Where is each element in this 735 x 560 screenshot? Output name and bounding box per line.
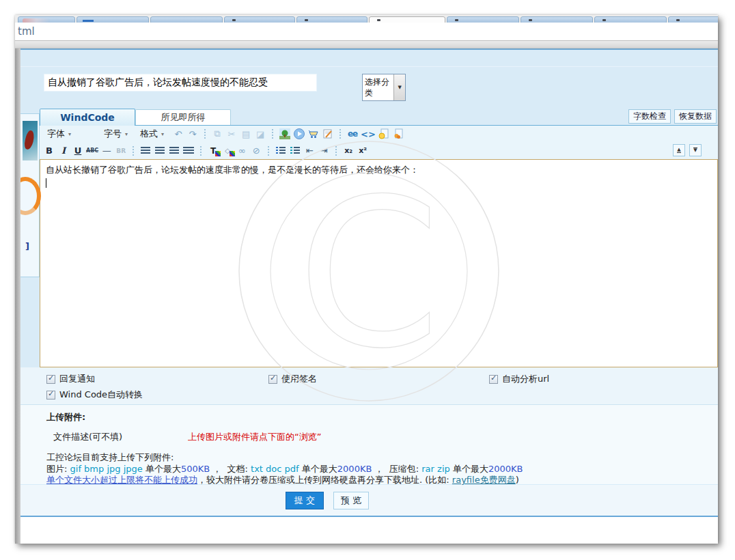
options-row-1: 回复通知 使用签名 自动分析url <box>46 373 718 385</box>
left-sidebar-fragment: ] <box>20 113 40 277</box>
line-break-icon[interactable]: BR <box>115 145 127 156</box>
browser-tab-fragment[interactable] <box>224 16 295 23</box>
editor-panel: WindCode 所见即所得 字数检查 恢复数据 字体▾ 字号▾ 格式▾ ↶ ↷… <box>40 107 718 367</box>
upload-attachments-section: 上传附件: 文件描述(可不填) 上传图片或附件请点下面的“浏览” 工控论坛目前支… <box>15 404 718 484</box>
insert-link-icon[interactable]: ∞ <box>236 145 248 156</box>
toolbar-separator <box>339 129 341 139</box>
tab-favicon-dot <box>529 19 532 21</box>
format-label: 格式 <box>140 128 158 140</box>
attach-document-icon[interactable] <box>392 128 404 140</box>
tab-wysiwyg[interactable]: 所见即所得 <box>135 109 231 125</box>
zip-types-link[interactable]: rar zip <box>421 464 449 474</box>
tab-favicon-dot <box>602 19 606 21</box>
option-windcode-auto[interactable]: Wind Code自动转换 <box>46 389 143 401</box>
post-title-input[interactable] <box>44 74 317 92</box>
insert-media-icon[interactable] <box>293 128 305 140</box>
file-description-label: 文件描述(可不填) <box>46 431 188 443</box>
undo-icon[interactable]: ↶ <box>172 128 184 140</box>
font-size-label: 字号 <box>104 128 122 140</box>
file-description-row: 文件描述(可不填) 上传图片或附件请点下面的“浏览” <box>46 431 718 443</box>
italic-icon[interactable]: I <box>57 145 70 156</box>
browser-tab-fragment[interactable] <box>77 16 149 23</box>
restore-data-button[interactable]: 恢复数据 <box>674 109 717 124</box>
align-left-icon[interactable] <box>139 145 152 156</box>
checkbox-reply-notify[interactable] <box>46 375 55 384</box>
doc-types-link[interactable]: txt doc pdf <box>251 464 299 474</box>
submit-button[interactable]: 提 交 <box>286 492 324 509</box>
tab-favicon-dot <box>232 19 236 21</box>
support-types-line: 图片: gif bmp jpg jpge 单个最大500KB ， 文档: txt… <box>46 464 718 475</box>
option-auto-parse-url[interactable]: 自动分析url <box>489 373 549 385</box>
unordered-list-icon[interactable] <box>289 145 301 156</box>
browser-tab-fragment[interactable] <box>296 16 368 23</box>
browser-tabstrip <box>15 15 718 23</box>
tab-favicon-dot <box>377 19 380 21</box>
browser-tab-fragment[interactable] <box>150 16 223 23</box>
browser-tab-fragment[interactable] <box>447 16 519 23</box>
paste-icon[interactable]: ▤ <box>240 128 252 140</box>
page-content: 选择分类 ▼ WindCode 所见即所得 字数检查 恢复数据 字体▾ 字号▾ … <box>15 48 718 544</box>
image-types-link[interactable]: gif bmp jpg jpge <box>70 464 143 474</box>
upload-section-title: 上传附件: <box>46 411 718 423</box>
checkbox-windcode-auto[interactable] <box>46 391 55 400</box>
browser-tab-fragment[interactable] <box>18 16 75 23</box>
underline-icon[interactable]: U <box>72 145 84 156</box>
post-body-editor[interactable]: 自从站长撤销了谷歌广告后，论坛发帖的速度非常的慢，是不是漫长的等待后，还会给你来… <box>40 159 718 367</box>
category-select-arrow-icon[interactable]: ▼ <box>393 74 405 100</box>
size-limit-warning-link[interactable]: 单个文件大小超过上限将不能上传成功 <box>46 475 197 485</box>
highlight-color-icon[interactable]: ◇ <box>221 145 234 156</box>
address-bar[interactable]: tml <box>15 23 718 41</box>
browser-tab-fragment[interactable] <box>668 16 718 23</box>
category-select[interactable]: 选择分类 ▼ <box>362 74 406 101</box>
text-cursor <box>46 178 46 188</box>
edit-note-icon[interactable] <box>322 128 334 140</box>
text-color-icon[interactable]: T <box>207 145 219 156</box>
browser-tab-active[interactable] <box>369 16 445 23</box>
redo-icon[interactable]: ↷ <box>186 128 199 140</box>
tab-favicon-dot <box>455 19 458 21</box>
format-dropdown[interactable]: 格式▾ <box>140 128 164 140</box>
copy-icon[interactable]: ⧉ <box>211 128 223 140</box>
align-center-icon[interactable] <box>154 145 166 156</box>
editor-grow-button[interactable]: ▼ <box>689 144 702 156</box>
code-icon[interactable]: <> <box>361 128 376 140</box>
idea-document-icon[interactable] <box>378 128 390 140</box>
tab-favicon-dot <box>305 19 308 21</box>
upload-support-info: 工控论坛目前支持上传下列附件: 图片: gif bmp jpg jpge 单个最… <box>46 452 718 486</box>
word-count-button[interactable]: 字数检查 <box>628 109 671 124</box>
eraser-icon[interactable]: ◪ <box>254 128 266 140</box>
insert-image-icon[interactable] <box>279 128 291 140</box>
align-right-icon[interactable] <box>168 145 180 156</box>
font-family-dropdown[interactable]: 字体▾ <box>47 128 71 140</box>
bold-icon[interactable]: B <box>43 145 55 156</box>
browser-tab-fragment[interactable] <box>521 16 593 23</box>
option-use-signature[interactable]: 使用签名 <box>268 373 489 385</box>
tab-windcode[interactable]: WindCode <box>40 109 135 126</box>
tab-favicon-smear <box>23 18 50 23</box>
shopping-cart-icon[interactable] <box>307 128 320 140</box>
ordered-list-icon[interactable] <box>275 145 287 156</box>
browser-tab-fragment[interactable] <box>594 16 667 23</box>
indent-icon[interactable]: ⇥ <box>318 145 330 156</box>
quote-icon[interactable]: ee <box>346 128 359 140</box>
page-footer <box>15 517 718 544</box>
option-reply-notify[interactable]: 回复通知 <box>46 373 268 385</box>
outdent-icon[interactable]: ⇤ <box>303 145 316 156</box>
editor-shrink-button[interactable]: ▲ <box>673 144 685 156</box>
remove-link-icon[interactable]: ⊘ <box>250 145 262 156</box>
checkbox-use-signature[interactable] <box>268 375 277 384</box>
triangle-down-icon: ▼ <box>693 148 697 153</box>
rayfile-link[interactable]: rayfile免费网盘 <box>452 475 516 485</box>
font-size-dropdown[interactable]: 字号▾ <box>104 128 128 140</box>
editor-utility-buttons: 字数检查 恢复数据 <box>628 109 717 124</box>
chevron-down-icon: ▾ <box>68 131 71 137</box>
cut-icon[interactable]: ✂ <box>225 128 238 140</box>
superscript-icon[interactable]: x² <box>357 145 369 156</box>
align-justify-icon[interactable] <box>182 145 195 156</box>
sidebar-bracket-text: ] <box>25 241 29 251</box>
strikethrough-icon[interactable]: ABC <box>86 145 98 156</box>
preview-button[interactable]: 预 览 <box>333 492 369 509</box>
checkbox-auto-parse-url[interactable] <box>489 375 498 384</box>
horizontal-rule-icon[interactable]: — <box>100 145 113 156</box>
subscript-icon[interactable]: x₂ <box>342 145 355 156</box>
